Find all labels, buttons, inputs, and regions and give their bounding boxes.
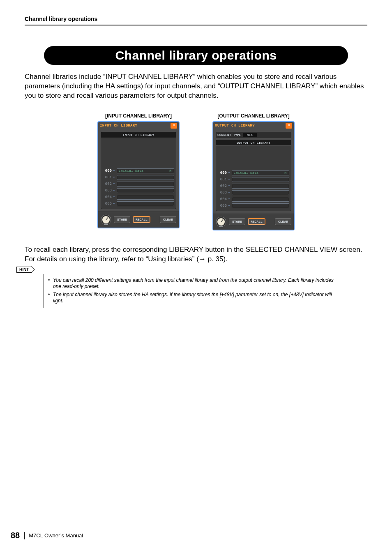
chevron-down-icon: ▾ — [228, 197, 231, 201]
readonly-flag: R — [169, 169, 172, 173]
store-button[interactable]: STORE — [229, 218, 245, 225]
intro-paragraph: Channel libraries include “INPUT CHANNEL… — [25, 72, 367, 101]
knob-value: 000 — [219, 225, 224, 228]
row-name: Initial Data — [234, 171, 258, 175]
list-item[interactable]: 001▾ — [101, 174, 176, 181]
row-number: 001 — [218, 177, 227, 182]
recall-button[interactable]: RECALL — [133, 216, 150, 223]
recall-button[interactable]: RECALL — [248, 218, 265, 225]
readonly-flag: R — [284, 171, 287, 175]
list-item[interactable]: 003▾ — [101, 187, 176, 194]
row-name-box — [232, 203, 289, 208]
page-footer: 88 M7CL Owner’s Manual — [0, 531, 83, 540]
row-name-box — [117, 188, 174, 193]
row-number: 003 — [218, 191, 227, 195]
footer-rule — [24, 532, 25, 539]
row-name-box — [117, 182, 174, 187]
row-name-box — [232, 197, 289, 202]
row-name-box: Initial DataR — [232, 170, 289, 175]
page-number: 88 — [11, 531, 20, 540]
knob-value: 000 — [104, 223, 108, 226]
list-item[interactable]: 000▾Initial DataR — [216, 170, 291, 176]
list-item[interactable]: 001▾ — [216, 176, 291, 183]
hint-label: HINT — [16, 267, 32, 273]
output-library-figure: [OUTPUT CHANNEL LIBRARY] OUTPUT CH LIBRA… — [212, 113, 295, 230]
row-name: Initial Data — [119, 169, 143, 173]
hint-item: The input channel library also stores th… — [48, 292, 335, 304]
chevron-down-icon: ▾ — [113, 182, 115, 186]
clear-button[interactable]: CLEAR — [275, 218, 291, 225]
row-name-box — [117, 175, 174, 180]
output-library-popup: OUTPUT CH LIBRARY × CURRENT TYPE MIX OUT… — [212, 121, 295, 230]
row-name-box — [232, 177, 289, 182]
hint-item: You can recall 200 different settings ea… — [48, 277, 335, 290]
row-number: 005 — [218, 204, 227, 208]
row-name-box — [117, 195, 174, 200]
chevron-down-icon: ▾ — [228, 191, 231, 194]
row-name-box — [232, 184, 289, 189]
list-spacer — [101, 138, 176, 168]
popup-titlebar: INPUT CH LIBRARY × — [98, 122, 179, 129]
row-name-box: Initial DataR — [117, 168, 174, 173]
section-title: Channel library operations — [44, 46, 348, 65]
header-rule — [25, 25, 367, 25]
output-library-caption: [OUTPUT CHANNEL LIBRARY] — [212, 113, 295, 119]
recall-text-b: ). — [223, 255, 227, 263]
popup-footer: 000 STORE RECALL CLEAR — [98, 212, 179, 228]
library-list: OUTPUT CH LIBRARY 000▾Initial DataR001▾0… — [216, 140, 291, 211]
input-library-figure: [INPUT CHANNEL LIBRARY] INPUT CH LIBRARY… — [97, 113, 180, 230]
popup-body: CURRENT TYPE MIX OUTPUT CH LIBRARY 000▾I… — [213, 129, 294, 214]
close-icon[interactable]: × — [171, 123, 177, 129]
chevron-down-icon: ▾ — [113, 189, 115, 192]
scroll-knob[interactable]: 000 — [101, 214, 111, 225]
list-item[interactable]: 002▾ — [101, 181, 176, 187]
recall-paragraph: To recall each library, press the corres… — [25, 245, 367, 264]
row-number: 005 — [103, 202, 112, 206]
popup-body: INPUT CH LIBRARY 000▾Initial DataR001▾00… — [98, 129, 179, 212]
list-item[interactable]: 003▾ — [216, 189, 291, 196]
chevron-down-icon: ▾ — [113, 195, 115, 199]
running-head: Channel library operations — [25, 16, 367, 22]
list-header: INPUT CH LIBRARY — [101, 132, 176, 138]
popup-footer: 000 STORE RECALL CLEAR — [213, 214, 294, 230]
store-button[interactable]: STORE — [114, 216, 130, 223]
recall-text-a: To recall each library, press the corres… — [25, 246, 362, 263]
list-header: OUTPUT CH LIBRARY — [216, 140, 291, 146]
chevron-down-icon: ▾ — [113, 169, 115, 173]
current-type-label: CURRENT TYPE — [217, 133, 241, 137]
chevron-down-icon: ▾ — [113, 202, 115, 205]
list-item[interactable]: 004▾ — [216, 196, 291, 203]
chevron-down-icon: ▾ — [113, 175, 115, 179]
chevron-down-icon: ▾ — [228, 184, 231, 188]
current-type-value: MIX — [243, 133, 257, 137]
hint-list: You can recall 200 different settings ea… — [48, 277, 335, 304]
input-library-popup: INPUT CH LIBRARY × INPUT CH LIBRARY 000▾… — [97, 121, 180, 228]
row-number: 004 — [103, 195, 112, 199]
row-name-box — [117, 201, 174, 206]
row-number: 000 — [218, 171, 227, 175]
row-number: 000 — [103, 169, 112, 173]
input-library-caption: [INPUT CHANNEL LIBRARY] — [97, 113, 180, 119]
screenshots-row: [INPUT CHANNEL LIBRARY] INPUT CH LIBRARY… — [25, 113, 367, 230]
row-number: 002 — [103, 182, 112, 186]
list-item[interactable]: 005▾ — [101, 200, 176, 207]
chevron-down-icon: ▾ — [228, 171, 231, 175]
current-type-row: CURRENT TYPE MIX — [216, 132, 291, 138]
chevron-down-icon: ▾ — [228, 177, 231, 181]
popup-title: OUTPUT CH LIBRARY — [215, 124, 286, 128]
chevron-down-icon: ▾ — [228, 204, 231, 207]
list-item[interactable]: 005▾ — [216, 203, 291, 209]
list-item[interactable]: 004▾ — [101, 194, 176, 200]
row-number: 004 — [218, 197, 227, 201]
list-item[interactable]: 002▾ — [216, 183, 291, 189]
row-number: 001 — [103, 175, 112, 180]
popup-titlebar: OUTPUT CH LIBRARY × — [213, 122, 294, 129]
clear-button[interactable]: CLEAR — [160, 216, 176, 223]
page-reference: → p. 35 — [199, 255, 224, 263]
page: Channel library operations Channel libra… — [0, 0, 392, 555]
scroll-knob[interactable]: 000 — [216, 216, 226, 227]
row-number: 003 — [103, 189, 112, 193]
close-icon[interactable]: × — [286, 123, 292, 129]
footer-text: M7CL Owner’s Manual — [29, 532, 83, 539]
list-item[interactable]: 000▾Initial DataR — [101, 168, 176, 174]
